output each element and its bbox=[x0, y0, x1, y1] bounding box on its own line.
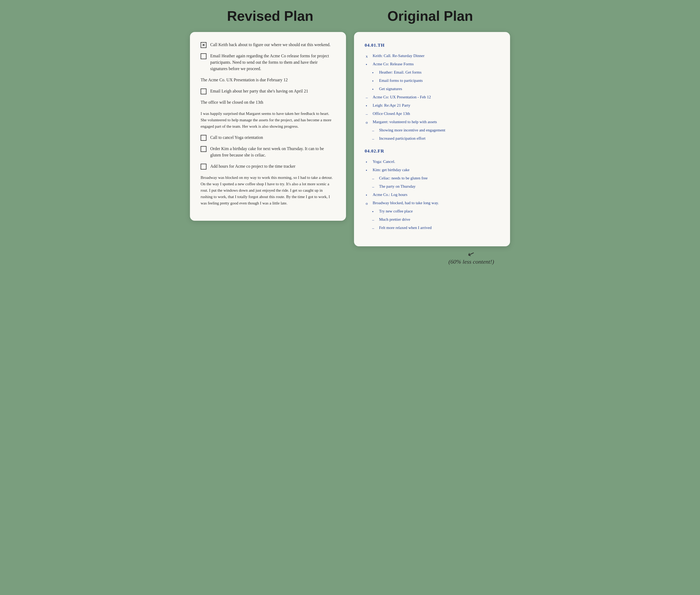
list-bullet: • bbox=[366, 103, 370, 109]
list-item-text: Office Closed Apr 13th bbox=[373, 110, 410, 117]
list-bullet: o bbox=[366, 200, 370, 206]
list-item: –Much prettier drive bbox=[365, 216, 500, 223]
orig-list: xKeith: Call. Re-Saturday Dinner•Acme Co… bbox=[365, 53, 500, 142]
task-checkbox[interactable] bbox=[200, 53, 207, 59]
list-bullet: – bbox=[366, 111, 370, 117]
list-item: –Celiac: needs to be gluten free bbox=[365, 175, 500, 182]
list-bullet: – bbox=[372, 175, 376, 182]
task-item: Email Leigh about her party that she's h… bbox=[200, 88, 335, 94]
list-item-text: Acme Co: UX Presentation - Feb 12 bbox=[373, 94, 431, 100]
list-item: xKeith: Call. Re-Saturday Dinner bbox=[365, 53, 500, 59]
list-bullet: – bbox=[372, 136, 376, 142]
task-item: Email Heather again regarding the Acme C… bbox=[200, 53, 335, 72]
task-text: Email Leigh about her party that she's h… bbox=[210, 88, 308, 94]
list-bullet: • bbox=[372, 86, 376, 92]
list-bullet: • bbox=[366, 61, 370, 68]
list-item-text: Kim: get birthday cake bbox=[373, 167, 409, 173]
list-item: oMargaret: volunteerd to help with asset… bbox=[365, 119, 500, 125]
list-item: •Acme Co.: Log hours bbox=[365, 191, 500, 198]
arrow-icon: ↙ bbox=[466, 248, 476, 259]
list-item-text: The party on Thursday bbox=[379, 183, 415, 190]
less-content-label: (60% less content!) bbox=[449, 258, 494, 265]
list-item: •Acme Co: Release Forms bbox=[365, 61, 500, 68]
task-checkbox[interactable] bbox=[200, 146, 207, 152]
list-item-text: Get signatures bbox=[379, 86, 402, 92]
list-item: •Get signatures bbox=[365, 86, 500, 92]
list-item-text: Felt more relaxed when I arrived bbox=[379, 224, 432, 231]
list-item: •Email forms to participants bbox=[365, 77, 500, 84]
list-item: oBroadway blocked, had to take long way. bbox=[365, 200, 500, 206]
list-item: •Yoga: Cancel. bbox=[365, 158, 500, 165]
list-bullet: • bbox=[366, 159, 370, 165]
original-plan-title: Original Plan bbox=[387, 8, 473, 24]
date-header: 04.02.FR bbox=[365, 147, 500, 154]
list-item-text: Much prettier drive bbox=[379, 216, 410, 223]
orig-list: •Yoga: Cancel.•Kim: get birthday cake–Ce… bbox=[365, 158, 500, 231]
task-checkbox[interactable] bbox=[200, 135, 207, 141]
task-item: Call Keith back about to figure our wher… bbox=[200, 41, 335, 48]
list-item-text: Email forms to participants bbox=[379, 77, 423, 84]
task-item: Order Kim a birthday cake for next week … bbox=[200, 146, 335, 158]
list-item-text: Acme Co.: Log hours bbox=[373, 191, 407, 198]
panels-container: Call Keith back about to figure our wher… bbox=[190, 32, 510, 246]
task-item: Add hours for Acme co project to the tim… bbox=[200, 163, 335, 170]
list-bullet: • bbox=[372, 208, 376, 215]
list-item: –Office Closed Apr 13th bbox=[365, 110, 500, 117]
task-text: Email Heather again regarding the Acme C… bbox=[210, 53, 335, 72]
list-bullet: – bbox=[372, 128, 376, 134]
list-item: •Try new coffee place bbox=[365, 208, 500, 215]
list-item: •Heather: Email. Get forms bbox=[365, 69, 500, 76]
list-bullet: – bbox=[372, 217, 376, 223]
list-bullet: • bbox=[372, 78, 376, 84]
original-plan-panel: 04.01.THxKeith: Call. Re-Saturday Dinner… bbox=[354, 32, 510, 246]
task-checkbox[interactable] bbox=[200, 164, 207, 170]
list-bullet: – bbox=[372, 225, 376, 231]
list-item-text: Keith: Call. Re-Saturday Dinner bbox=[373, 53, 425, 59]
list-bullet: o bbox=[366, 119, 370, 125]
list-bullet: x bbox=[366, 53, 370, 59]
task-text: Add hours for Acme co project to the tim… bbox=[210, 163, 295, 170]
list-bullet: • bbox=[366, 167, 370, 173]
list-item: –Increased participation effort bbox=[365, 135, 500, 142]
date-header: 04.01.TH bbox=[365, 41, 500, 49]
list-item-text: Broadway blocked, had to take long way. bbox=[373, 200, 439, 206]
list-item-text: Celiac: needs to be gluten free bbox=[379, 175, 428, 181]
bottom-section: ↙ (60% less content!) bbox=[190, 249, 510, 265]
task-text: Call to cancel Yoga orientation bbox=[210, 134, 263, 141]
list-item-text: Margaret: volunteerd to help with assets bbox=[373, 119, 437, 125]
list-item-text: Leigh: Re:Apr 21 Party bbox=[373, 102, 410, 109]
page-header: Revised Plan Original Plan bbox=[190, 8, 510, 24]
list-item: •Kim: get birthday cake bbox=[365, 167, 500, 173]
list-item: –Acme Co: UX Presentation - Feb 12 bbox=[365, 94, 500, 101]
paragraph-text: Broadway was blocked on my way to work t… bbox=[200, 174, 335, 206]
list-item-text: Yoga: Cancel. bbox=[373, 158, 395, 165]
list-bullet: – bbox=[366, 94, 370, 101]
list-item: –Felt more relaxed when I arrived bbox=[365, 224, 500, 231]
list-item-text: Showing more incentive and engagement bbox=[379, 127, 445, 133]
revised-plan-panel: Call Keith back about to figure our wher… bbox=[190, 32, 346, 221]
task-text: Call Keith back about to figure our wher… bbox=[210, 41, 330, 48]
task-checkbox[interactable] bbox=[200, 42, 207, 48]
revised-plan-title: Revised Plan bbox=[227, 8, 314, 24]
list-item-text: Acme Co: Release Forms bbox=[373, 61, 414, 67]
note-text: The office will be closed on the 13th bbox=[200, 99, 335, 106]
paragraph-text: I was happily surprised that Margaret se… bbox=[200, 110, 335, 130]
list-item-text: Heather: Email. Get forms bbox=[379, 69, 422, 76]
list-item-text: Increased participation effort bbox=[379, 135, 426, 142]
list-item: –The party on Thursday bbox=[365, 183, 500, 190]
list-item: •Leigh: Re:Apr 21 Party bbox=[365, 102, 500, 109]
list-bullet: • bbox=[372, 69, 376, 76]
list-bullet: – bbox=[372, 184, 376, 190]
list-item: –Showing more incentive and engagement bbox=[365, 127, 500, 134]
task-text: Order Kim a birthday cake for next week … bbox=[210, 146, 335, 158]
task-checkbox[interactable] bbox=[200, 88, 207, 94]
list-item-text: Try new coffee place bbox=[379, 208, 413, 214]
list-bullet: • bbox=[366, 192, 370, 198]
task-item: Call to cancel Yoga orientation bbox=[200, 134, 335, 141]
note-text: The Acme Co. UX Presentation is due Febr… bbox=[200, 77, 335, 83]
